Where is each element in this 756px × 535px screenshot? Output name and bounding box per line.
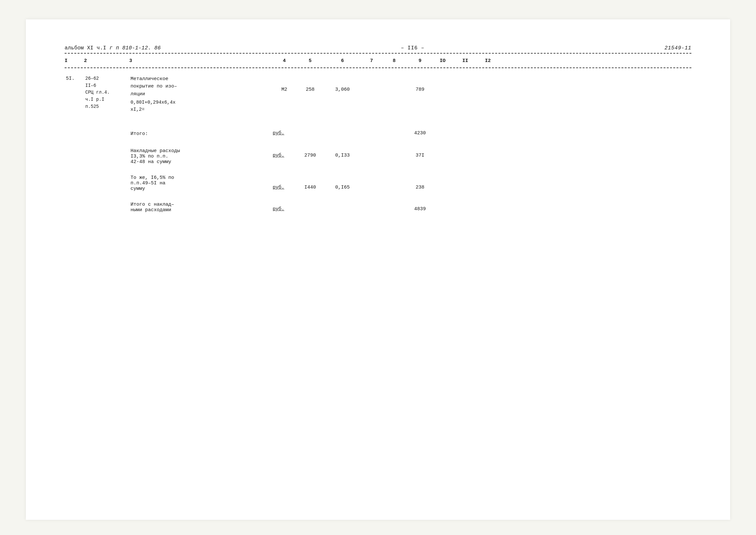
- header-left: альбом XI ч.I г п 810-1-12. 86: [65, 45, 161, 51]
- itogo-naklad-col10: [433, 201, 452, 213]
- header-right: 21549-11: [665, 45, 691, 51]
- ref-line2: II–6: [85, 82, 128, 89]
- col-header-3: 3: [129, 58, 271, 64]
- item-col6: 3,060: [323, 74, 362, 114]
- item-col9: 789: [407, 74, 433, 114]
- item-ref-cell: 26–62 II–6 СРЦ гл.4. ч.I р.I п.525: [84, 74, 129, 114]
- nakladnye-col9: 37I: [407, 148, 433, 165]
- itogo-col9: 4230: [407, 130, 433, 138]
- tozhe-col2: [84, 174, 129, 192]
- item-col7: [362, 74, 381, 114]
- nakladnye-col1: [65, 148, 84, 165]
- itogo-col2: [84, 130, 129, 138]
- item-number-cell: 5I.: [65, 74, 84, 114]
- content-area: 5I. 26–62 II–6 СРЦ гл.4. ч.I р.I п.525 М…: [65, 74, 691, 213]
- tozhe-line3: сумму: [131, 186, 270, 191]
- header-center: – II6 –: [401, 45, 424, 51]
- nakladnye-unit: руб.: [271, 148, 297, 165]
- col-header-7: 7: [362, 58, 381, 64]
- tozhe-col5: I440: [297, 174, 323, 192]
- col-header-2: 2: [84, 58, 129, 64]
- itogo-naklad-col1: [65, 201, 84, 213]
- itogo-col7: [362, 130, 381, 138]
- itogo-col8: [381, 130, 407, 138]
- desc-line2: покрытие по изо–: [131, 83, 270, 90]
- itogo-naklad-col7: [362, 201, 381, 213]
- desc-line1: Металлическое: [131, 75, 270, 83]
- header-album-text: альбом XI ч.I: [65, 45, 109, 51]
- itogo-naklad-col8: [381, 201, 407, 213]
- ref-line4: ч.I р.I: [85, 96, 128, 103]
- col-header-12: I2: [478, 58, 498, 64]
- formula-line1: 0,80I+0,294х6,4х: [131, 99, 270, 106]
- nakladnye-col6: 0,I33: [323, 148, 362, 165]
- col-header-5: 5: [297, 58, 323, 64]
- itogo-naklad-col9: 4839: [407, 201, 433, 213]
- col-header-1: I: [65, 58, 84, 64]
- desc-block: Металлическое покрытие по изо– ляции: [131, 75, 270, 98]
- itogo-naklad-col12: [478, 201, 498, 213]
- tozhe-col6: 0,I65: [323, 174, 362, 192]
- top-dashed-line: [65, 53, 691, 54]
- itogo-col1: [65, 130, 84, 138]
- item-col5: 258: [297, 74, 323, 114]
- col-header-11: II: [452, 58, 478, 64]
- nakladnye-col11: [452, 148, 478, 165]
- item-col10: [433, 74, 452, 114]
- tozhe-col8: [381, 174, 407, 192]
- itogo-col11: [452, 130, 478, 138]
- tozhe-col11: [452, 174, 478, 192]
- itogo-naklad-col6: [323, 201, 362, 213]
- nakladnye-col7: [362, 148, 381, 165]
- item-row-51: 5I. 26–62 II–6 СРЦ гл.4. ч.I р.I п.525 М…: [65, 74, 691, 114]
- tozhe-line1: То же, I6,5% по: [131, 175, 270, 181]
- tozhe-col9: 238: [407, 174, 433, 192]
- itogo-unit: руб.: [271, 130, 297, 138]
- tozhe-col10: [433, 174, 452, 192]
- col-header-9: 9: [407, 58, 433, 64]
- itogo-unit-text: руб.: [273, 130, 284, 136]
- tozhe-unit-text: руб.: [273, 185, 284, 190]
- itogo-row: Итого: руб. 4230: [65, 130, 691, 138]
- ref-line5: п.525: [85, 103, 128, 110]
- tozhe-col1: [65, 174, 84, 192]
- col-header-4: 4: [271, 58, 297, 64]
- itogo-naklad-line1: Итого с наклад–: [131, 202, 270, 207]
- nakladnye-col12: [478, 148, 498, 165]
- column-headers-row: I 2 3 4 5 6 7 8 9 IO II I2: [65, 55, 691, 66]
- document-header: альбом XI ч.I г п 810-1-12. 86 – II6 – 2…: [65, 45, 691, 51]
- tozhe-label: То же, I6,5% по п.п.49–5I на сумму: [129, 174, 271, 192]
- itogo-col6: [323, 130, 362, 138]
- item-number: 5I.: [66, 75, 83, 83]
- nakladnye-col8: [381, 148, 407, 165]
- item-col11: [452, 74, 478, 114]
- nakladnye-line1: Накладные расходы: [131, 148, 270, 154]
- itogo-naklad-col5: [297, 201, 323, 213]
- nakladnye-unit-text: руб.: [273, 153, 284, 158]
- itogo-col10: [433, 130, 452, 138]
- item-col12: [478, 74, 498, 114]
- col-header-10: IO: [433, 58, 452, 64]
- itogo-naklad-row: Итого с наклад– ными расходами руб. 4839: [65, 201, 691, 213]
- nakladnye-row: Накладные расходы I3,3% по п.п. 42-48 на…: [65, 148, 691, 165]
- itogo-naklad-unit-text: руб.: [273, 206, 284, 212]
- tozhe-col7: [362, 174, 381, 192]
- ref-line3: СРЦ гл.4.: [85, 89, 128, 96]
- item-col4: М2: [271, 74, 297, 114]
- item-col8: [381, 74, 407, 114]
- ref-block: 26–62 II–6 СРЦ гл.4. ч.I р.I п.525: [85, 75, 128, 110]
- nakladnye-line2: I3,3% по п.п.: [131, 154, 270, 159]
- item-description-cell: Металлическое покрытие по изо– ляции 0,8…: [129, 74, 271, 114]
- itogo-col5: [297, 130, 323, 138]
- header-italic-text: г п 810-1-12. 86: [109, 45, 161, 51]
- itogo-naklad-col11: [452, 201, 478, 213]
- formula-line2: хI,2=: [131, 106, 270, 113]
- itogo-label: Итого:: [129, 130, 271, 138]
- nakladnye-label: Накладные расходы I3,3% по п.п. 42-48 на…: [129, 148, 271, 165]
- itogo-naklad-unit: руб.: [271, 201, 297, 213]
- document-page: альбом XI ч.I г п 810-1-12. 86 – II6 – 2…: [26, 19, 730, 520]
- nakladnye-col5: 2790: [297, 148, 323, 165]
- itogo-naklad-line2: ными расходами: [131, 207, 270, 213]
- itogo-naklad-label: Итого с наклад– ными расходами: [129, 201, 271, 213]
- nakladnye-col2: [84, 148, 129, 165]
